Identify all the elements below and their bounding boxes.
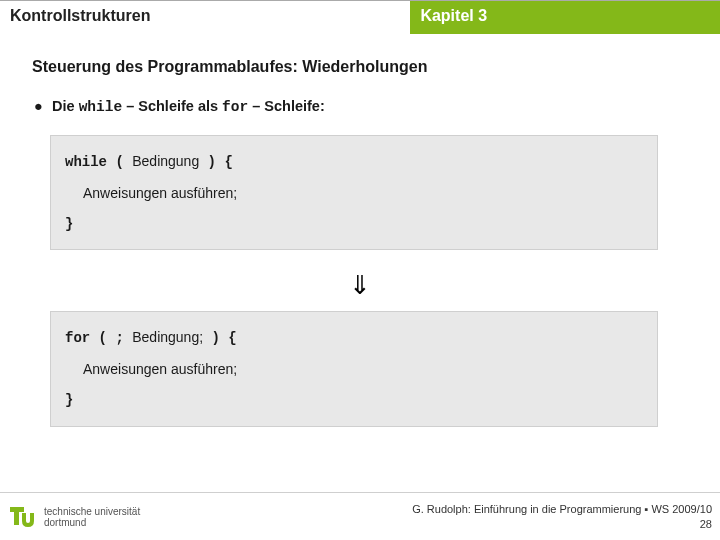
code-line: } xyxy=(65,385,645,416)
credit-line: G. Rudolph: Einführung in die Programmie… xyxy=(412,502,712,516)
subtitle: Steuerung des Programmablaufes: Wiederho… xyxy=(32,58,688,76)
code-kw: for ( ; xyxy=(65,330,132,346)
down-arrow-icon: ⇓ xyxy=(32,264,688,311)
code-body: Anweisungen ausführen; xyxy=(65,354,237,385)
bullet-dot: ● xyxy=(34,98,48,114)
bullet-mid1: – Schleife als xyxy=(122,98,222,114)
slide-footer: technische universität dortmund G. Rudol… xyxy=(0,492,720,540)
tu-logo-icon xyxy=(8,503,36,531)
code-line: } xyxy=(65,209,645,240)
code-brace: ) { xyxy=(199,154,233,170)
code-kw: while ( xyxy=(65,154,132,170)
footer-credit: G. Rudolph: Einführung in die Programmie… xyxy=(412,502,712,531)
code-cond: Bedingung; xyxy=(132,329,203,345)
page-number: 28 xyxy=(412,517,712,531)
slide-content: Steuerung des Programmablaufes: Wiederho… xyxy=(0,34,720,427)
bullet-prefix: Die xyxy=(52,98,79,114)
bullet-mid2: – Schleife: xyxy=(248,98,325,114)
university-name: technische universität dortmund xyxy=(44,506,140,528)
code-line: for ( ; Bedingung; ) { xyxy=(65,322,645,354)
code-line: while ( Bedingung ) { xyxy=(65,146,645,178)
code-line: Anweisungen ausführen; xyxy=(65,178,645,209)
uni-line1: technische universität xyxy=(44,506,140,517)
bullet-code-for: for xyxy=(222,99,248,115)
code-box-while: while ( Bedingung ) { Anweisungen ausfüh… xyxy=(50,135,658,250)
svg-rect-1 xyxy=(14,507,19,525)
code-body: Anweisungen ausführen; xyxy=(65,178,237,209)
bullet-code-while: while xyxy=(79,99,123,115)
university-logo: technische universität dortmund xyxy=(8,503,140,531)
header-chapter: Kapitel 3 xyxy=(410,1,720,34)
code-brace: ) { xyxy=(203,330,237,346)
slide-header: Kontrollstrukturen Kapitel 3 xyxy=(0,0,720,34)
code-cond: Bedingung xyxy=(132,153,199,169)
uni-line2: dortmund xyxy=(44,517,140,528)
bullet-item: ● Die while – Schleife als for – Schleif… xyxy=(34,98,688,115)
code-box-for: for ( ; Bedingung; ) { Anweisungen ausfü… xyxy=(50,311,658,426)
code-line: Anweisungen ausführen; xyxy=(65,354,645,385)
header-title: Kontrollstrukturen xyxy=(0,1,410,34)
